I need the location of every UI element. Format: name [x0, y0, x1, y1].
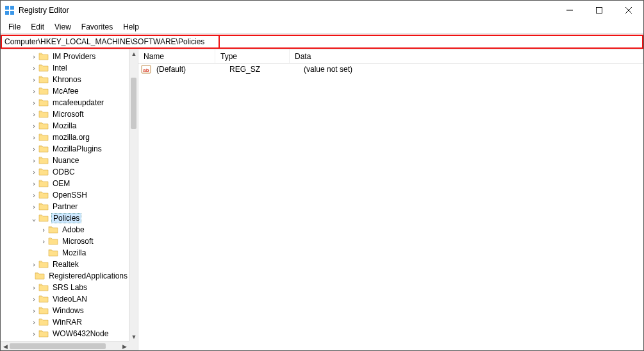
scroll-left-button[interactable]: ◀: [1, 342, 10, 350]
chevron-right-icon[interactable]: [29, 133, 38, 142]
folder-icon: [38, 202, 49, 211]
folder-icon: [38, 98, 49, 107]
scroll-up-button[interactable]: ▲: [129, 49, 138, 58]
value-name: (Default): [154, 65, 227, 74]
chevron-right-icon[interactable]: [29, 157, 38, 165]
close-button[interactable]: [614, 1, 643, 20]
folder-icon: [38, 295, 49, 304]
tree-item-policies[interactable]: Policies: [1, 212, 129, 224]
tree-item-label: SRS Labs: [51, 283, 88, 292]
tree-item-microsoft[interactable]: Microsoft: [1, 235, 129, 247]
chevron-right-icon[interactable]: [29, 191, 38, 200]
chevron-right-icon[interactable]: [29, 110, 38, 119]
chevron-right-icon[interactable]: [29, 99, 38, 107]
tree-item-partner[interactable]: Partner: [1, 201, 129, 212]
tree-item-srs-labs[interactable]: SRS Labs: [1, 282, 129, 293]
chevron-down-icon[interactable]: [29, 214, 38, 223]
values-list[interactable]: ab(Default)REG_SZ(value not set): [138, 64, 643, 75]
folder-icon: [38, 191, 49, 200]
chevron-right-icon[interactable]: [39, 237, 48, 246]
menu-help[interactable]: Help: [118, 21, 144, 33]
tree-item-intel[interactable]: Intel: [1, 62, 129, 74]
tree-item-label: Partner: [51, 202, 79, 211]
chevron-right-icon[interactable]: [39, 226, 48, 234]
menu-view[interactable]: View: [49, 21, 76, 33]
registry-tree[interactable]: IM ProvidersIntelKhronosMcAfeemcafeeupda…: [1, 49, 129, 341]
column-type[interactable]: Type: [215, 49, 290, 63]
maximize-button[interactable]: [584, 1, 614, 20]
tree-item-microsoft[interactable]: Microsoft: [1, 108, 129, 120]
column-name[interactable]: Name: [138, 49, 215, 63]
titlebar: Registry Editor: [1, 1, 643, 20]
folder-icon: [38, 260, 49, 269]
minimize-button[interactable]: [555, 1, 584, 20]
chevron-right-icon[interactable]: [29, 203, 38, 211]
value-type: REG_SZ: [227, 65, 301, 74]
chevron-right-icon[interactable]: [29, 145, 38, 153]
column-data[interactable]: Data: [290, 49, 643, 63]
chevron-right-icon[interactable]: [29, 318, 38, 327]
tree-item-mozilla-org[interactable]: mozilla.org: [1, 132, 129, 143]
scroll-down-button[interactable]: ▼: [129, 332, 138, 341]
tree-item-openssh[interactable]: OpenSSH: [1, 189, 129, 201]
chevron-right-icon[interactable]: [29, 307, 38, 315]
value-data: (value not set): [301, 65, 643, 74]
content-area: IM ProvidersIntelKhronosMcAfeemcafeeupda…: [1, 49, 643, 350]
chevron-right-icon[interactable]: [29, 261, 38, 269]
tree-item-im-providers[interactable]: IM Providers: [1, 51, 129, 62]
scroll-thumb-horizontal[interactable]: [10, 343, 106, 349]
svg-rect-1: [10, 6, 14, 10]
value-row[interactable]: ab(Default)REG_SZ(value not set): [138, 64, 643, 75]
tree-item-nuance[interactable]: Nuance: [1, 155, 129, 166]
tree-item-oem[interactable]: OEM: [1, 178, 129, 189]
chevron-right-icon[interactable]: [29, 180, 38, 188]
menu-edit[interactable]: Edit: [26, 21, 49, 33]
chevron-right-icon[interactable]: [29, 122, 38, 130]
tree-item-adobe[interactable]: Adobe: [1, 224, 129, 235]
tree-item-label: Policies: [51, 213, 81, 223]
tree-item-label: Windows: [51, 306, 85, 315]
folder-icon: [38, 318, 49, 327]
chevron-right-icon[interactable]: [29, 284, 38, 292]
folder-icon: [38, 306, 49, 315]
tree-item-khronos[interactable]: Khronos: [1, 74, 129, 85]
tree-item-mozilla[interactable]: Mozilla: [1, 247, 129, 259]
menu-favorites[interactable]: Favorites: [76, 21, 118, 33]
tree-item-label: Adobe: [61, 225, 86, 234]
tree-item-videolan[interactable]: VideoLAN: [1, 293, 129, 305]
chevron-right-icon[interactable]: [29, 168, 38, 176]
tree-item-odbc[interactable]: ODBC: [1, 166, 129, 178]
tree-item-registeredapplications[interactable]: RegisteredApplications: [1, 270, 129, 282]
chevron-right-icon[interactable]: [29, 87, 38, 96]
tree-item-label: OEM: [51, 179, 71, 188]
address-input[interactable]: [2, 36, 219, 47]
tree-item-windows[interactable]: Windows: [1, 305, 129, 316]
folder-icon: [38, 179, 49, 188]
chevron-right-icon[interactable]: [29, 53, 38, 61]
menu-file[interactable]: File: [3, 21, 26, 33]
tree-item-mcafeeupdater[interactable]: mcafeeupdater: [1, 97, 129, 108]
tree-item-winrar[interactable]: WinRAR: [1, 316, 129, 328]
scroll-thumb-vertical[interactable]: [131, 78, 136, 129]
svg-rect-5: [597, 8, 602, 13]
tree-item-mozillaplugins[interactable]: MozillaPlugins: [1, 143, 129, 155]
tree-item-label: WOW6432Node: [51, 329, 110, 338]
folder-icon: [48, 237, 58, 246]
scrollbar-corner: [129, 341, 138, 350]
chevron-right-icon[interactable]: [29, 76, 38, 84]
chevron-right-icon[interactable]: [29, 330, 38, 338]
svg-text:ab: ab: [143, 67, 149, 73]
tree-scrollbar-vertical[interactable]: ▲ ▼: [129, 49, 138, 341]
tree-item-wow6432node[interactable]: WOW6432Node: [1, 328, 129, 339]
tree-scrollbar-horizontal[interactable]: ◀ ▶: [1, 341, 129, 350]
folder-icon: [38, 144, 49, 153]
folder-icon: [38, 214, 49, 223]
chevron-right-icon[interactable]: [29, 64, 38, 73]
chevron-right-icon[interactable]: [29, 295, 38, 304]
tree-item-realtek[interactable]: Realtek: [1, 259, 129, 270]
scroll-right-button[interactable]: ▶: [120, 342, 129, 350]
tree-item-label: Mozilla: [51, 121, 78, 130]
tree-item-mozilla[interactable]: Mozilla: [1, 120, 129, 132]
tree-item-label: Khronos: [51, 75, 83, 84]
tree-item-mcafee[interactable]: McAfee: [1, 85, 129, 97]
